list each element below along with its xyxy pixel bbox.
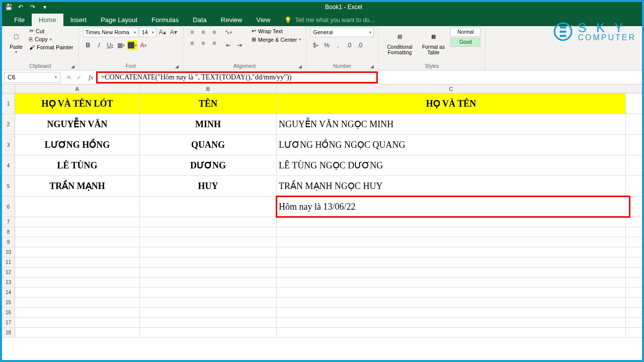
cell[interactable] [15,257,140,267]
font-color-button[interactable]: A▾ [138,40,148,50]
qat-customize-icon[interactable]: ▾ [41,4,48,11]
cell[interactable] [277,247,626,257]
cell[interactable] [140,257,277,267]
font-name-select[interactable]: Times New Roma▾ [83,27,138,37]
cell[interactable] [277,217,626,227]
increase-indent-icon[interactable]: ⇥ [234,40,245,50]
cell[interactable] [277,328,626,337]
col-header-c[interactable]: C [277,84,626,93]
tab-review[interactable]: Review [214,14,250,26]
cell-c6[interactable]: Hôm nay là 13/06/22 [277,197,626,217]
comma-icon[interactable]: , [333,40,343,50]
cell[interactable] [140,318,277,327]
cell-a2[interactable]: NGUYỄN VĂN [15,114,140,134]
style-normal[interactable]: Normal [450,28,480,37]
row-header[interactable]: 11 [2,257,15,267]
cell[interactable] [277,278,626,287]
col-header-b[interactable]: B [140,84,277,93]
redo-icon[interactable]: ↷ [29,4,36,11]
spreadsheet-grid[interactable]: A B C 1 HỌ VÀ TÊN LÓT TÊN HỌ VÀ TÊN 2 NG… [2,84,642,338]
name-box[interactable]: C6▾ [4,72,60,83]
row-header[interactable]: 2 [2,114,15,134]
row-header[interactable]: 14 [2,288,15,297]
tab-data[interactable]: Data [186,14,213,26]
tab-insert[interactable]: Insert [63,14,94,26]
conditional-formatting-button[interactable]: ▤Conditional Formatting [382,27,417,56]
row-header[interactable]: 9 [2,237,15,247]
fill-color-button[interactable]: ⬛▾ [127,40,137,50]
increase-font-icon[interactable]: A▴ [157,27,168,37]
cell[interactable] [15,217,140,227]
row-header[interactable]: 16 [2,308,15,317]
cell-c1[interactable]: HỌ VÀ TÊN [277,94,626,114]
tab-page-layout[interactable]: Page Layout [94,14,144,26]
cell[interactable] [140,267,277,277]
alignment-launcher-icon[interactable]: ◢ [298,64,302,69]
percent-icon[interactable]: % [321,40,332,50]
underline-button[interactable]: U▾ [105,40,115,50]
cell[interactable] [140,247,277,257]
cell[interactable] [15,318,140,327]
cell[interactable] [140,227,277,237]
cell[interactable] [277,237,626,247]
row-header[interactable]: 13 [2,278,15,287]
cell-c5[interactable]: TRẦN MẠNH NGỌC HUY [277,176,626,196]
tab-formulas[interactable]: Formulas [144,14,186,26]
font-size-select[interactable]: 14▾ [139,27,156,37]
align-center-icon[interactable]: ≡ [198,38,208,48]
align-bottom-icon[interactable]: ≡ [209,27,219,37]
cell[interactable] [277,227,626,237]
cell[interactable] [277,288,626,297]
bold-button[interactable]: B [83,40,93,50]
row-header[interactable]: 15 [2,298,15,307]
number-launcher-icon[interactable]: ◢ [370,64,374,69]
orientation-icon[interactable]: ⤡▾ [223,27,233,37]
borders-button[interactable]: ▦▾ [116,40,126,50]
decrease-font-icon[interactable]: A▾ [169,27,179,37]
row-header[interactable]: 6 [2,197,15,217]
cell[interactable] [15,288,140,297]
cell[interactable] [277,267,626,277]
tab-home[interactable]: Home [32,14,63,26]
cell[interactable] [15,298,140,307]
cell[interactable] [277,298,626,307]
save-icon[interactable]: 💾 [5,4,12,11]
clipboard-launcher-icon[interactable]: ◢ [71,64,74,69]
cell[interactable] [15,247,140,257]
cell-b2[interactable]: MINH [140,114,277,134]
wrap-text-button[interactable]: ↩Wrap Text [251,27,302,35]
copy-button[interactable]: ⎘Copy▾ [28,36,74,43]
cell-b1[interactable]: TÊN [140,94,277,114]
tab-view[interactable]: View [249,14,277,26]
cancel-formula-icon[interactable]: ✕ [66,74,71,81]
align-right-icon[interactable]: ≡ [209,38,219,48]
cell[interactable] [140,328,277,337]
row-header[interactable]: 7 [2,217,15,227]
italic-button[interactable]: I [94,40,104,50]
cell[interactable] [140,298,277,307]
row-header[interactable]: 4 [2,155,15,175]
cell[interactable] [140,288,277,297]
paste-button[interactable]: 📋 Paste ▾ [6,27,26,55]
align-top-icon[interactable]: ≡ [187,27,197,37]
cell[interactable] [140,308,277,317]
font-launcher-icon[interactable]: ◢ [175,64,179,69]
cell-b3[interactable]: QUANG [140,135,277,155]
cell[interactable] [15,308,140,317]
cell-c4[interactable]: LÊ TÙNG NGỌC DƯƠNG [277,155,626,175]
row-header[interactable]: 17 [2,318,15,327]
cell[interactable] [15,328,140,337]
currency-icon[interactable]: $▾ [310,40,320,50]
cell[interactable] [15,227,140,237]
cell[interactable] [277,318,626,327]
cell-a1[interactable]: HỌ VÀ TÊN LÓT [15,94,140,114]
tab-file[interactable]: File [7,14,32,26]
cell-a5[interactable]: TRẦN MẠNH [15,176,140,196]
cell[interactable] [277,257,626,267]
row-header[interactable]: 1 [2,94,15,114]
cell-a3[interactable]: LƯƠNG HỒNG [15,135,140,155]
cell-a4[interactable]: LÊ TÙNG [15,155,140,175]
cell[interactable] [140,217,277,227]
formula-input[interactable]: =CONCATENATE("Hôm nay là ", TEXT(TODAY()… [96,71,378,83]
select-all-corner[interactable] [2,84,15,93]
